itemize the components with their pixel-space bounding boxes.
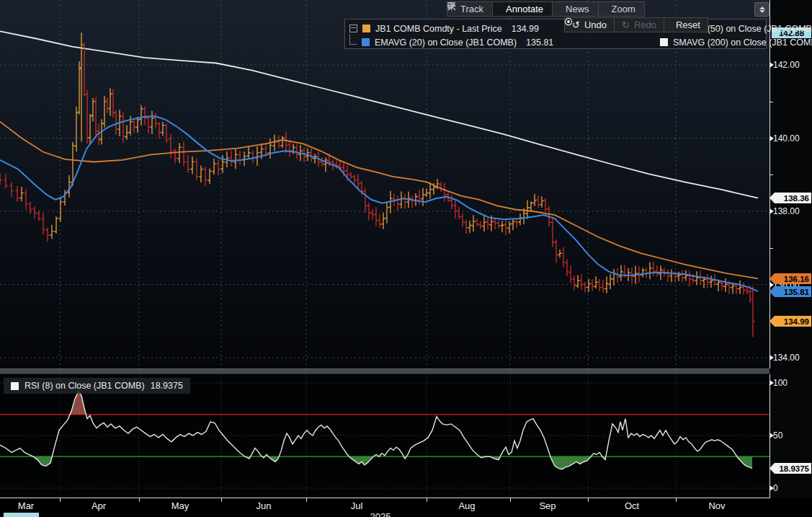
price-axis-tag: 134.99 bbox=[769, 316, 811, 327]
price-axis-line bbox=[769, 0, 770, 368]
redo-icon: ↻ bbox=[622, 20, 630, 30]
month-tick bbox=[588, 498, 589, 502]
undo-button-label: Undo bbox=[584, 19, 607, 30]
month-label: Jun bbox=[256, 500, 272, 511]
panel-splitter-handle[interactable] bbox=[0, 368, 812, 374]
track-button-label: Track bbox=[460, 4, 483, 14]
price-axis-label: 134.00 bbox=[773, 353, 800, 363]
rsi-axis-label: 50 bbox=[773, 430, 782, 441]
rsi-axis-label: 100 bbox=[773, 378, 788, 388]
price-axis-tag: 135.81 bbox=[769, 286, 811, 297]
reset-button-label: Reset bbox=[676, 19, 700, 30]
legend-label: JB1 COMB Comdty - Last Price bbox=[375, 24, 502, 34]
month-tick bbox=[306, 498, 307, 502]
crosshair-date-tag bbox=[4, 513, 39, 517]
month-label: Nov bbox=[708, 500, 725, 511]
month-label: May bbox=[171, 500, 189, 511]
year-label: 2025 bbox=[370, 511, 391, 517]
legend-label: EMAVG (20) on Close (JB1 COMB) bbox=[375, 37, 517, 48]
price-axis-area bbox=[769, 0, 812, 498]
price-axis-tag: 136.16 bbox=[769, 273, 811, 284]
rsi-oversold-fill bbox=[0, 392, 752, 469]
price-axis-label: 140.00 bbox=[773, 133, 800, 143]
rsi-axis-label: 0 bbox=[773, 483, 778, 493]
legend-value: 134.99 bbox=[512, 24, 539, 34]
price-axis-tag: 138.36 bbox=[769, 193, 811, 203]
rsi-overbought-fill bbox=[0, 392, 752, 469]
month-tick bbox=[510, 498, 511, 502]
emavg20-swatch-icon bbox=[362, 38, 370, 46]
zoom-button[interactable]: Zoom bbox=[599, 1, 645, 17]
rsi-value-tag: 18.9375 bbox=[769, 463, 811, 474]
chart-toolbar: Track Annotate News Zoom bbox=[447, 1, 645, 17]
redo-button[interactable]: ↻ Redo bbox=[615, 17, 664, 32]
rsi-line bbox=[0, 392, 752, 469]
month-label: Jul bbox=[351, 500, 363, 511]
month-tick bbox=[60, 498, 61, 502]
rsi-legend-value: 18.9375 bbox=[151, 381, 183, 391]
sma50-line bbox=[0, 122, 758, 279]
reset-button[interactable]: Reset bbox=[664, 17, 708, 32]
price-chart-panel[interactable] bbox=[0, 0, 769, 368]
last-price-swatch-icon bbox=[362, 25, 370, 32]
time-axis-area bbox=[0, 498, 812, 517]
news-button-label: News bbox=[566, 4, 589, 14]
ohlc-bars bbox=[0, 32, 755, 337]
month-label: Sep bbox=[539, 500, 556, 511]
zoom-button-label: Zoom bbox=[612, 4, 635, 14]
annotate-button-label: Annotate bbox=[506, 4, 543, 14]
rsi-swatch-icon bbox=[11, 382, 19, 390]
legend-item-smavg200[interactable]: SMAVG (200) on Close (JB1 COMB) 138.36 bbox=[660, 36, 812, 48]
price-axis-label: 142.00 bbox=[773, 60, 800, 70]
price-axis-minor-tick bbox=[769, 102, 773, 102]
annotate-actions-toolbar: ↺ Undo ↻ Redo Reset bbox=[564, 17, 708, 32]
smavg200-swatch-icon bbox=[660, 38, 668, 46]
annotate-button[interactable]: Annotate bbox=[493, 1, 553, 17]
undo-icon: ↺ bbox=[572, 20, 580, 30]
price-axis-minor-tick bbox=[769, 248, 773, 249]
panel-resize-widget[interactable] bbox=[754, 2, 769, 17]
rsi-legend-label: RSI (8) on Close (JB1 COMB) bbox=[24, 381, 145, 391]
arrow-down-icon bbox=[759, 10, 765, 13]
rsi-legend[interactable]: RSI (8) on Close (JB1 COMB) 18.9375 bbox=[4, 378, 190, 394]
redo-button-label: Redo bbox=[634, 19, 656, 30]
month-tick bbox=[221, 498, 222, 502]
arrow-up-icon bbox=[759, 6, 765, 9]
month-tick bbox=[139, 498, 140, 502]
month-label: Oct bbox=[625, 500, 639, 511]
bloomberg-chart-screen: 142.00140.00138.00136.00134.00142.88138.… bbox=[0, 0, 812, 517]
legend-collapse-icon[interactable] bbox=[349, 25, 357, 32]
month-label: Apr bbox=[92, 500, 106, 511]
price-axis-minor-tick bbox=[769, 174, 773, 175]
legend-label: SMAVG (200) on Close (JB1 COMB) bbox=[673, 37, 812, 48]
price-axis-label: 138.00 bbox=[773, 206, 800, 216]
legend-value: 135.81 bbox=[526, 37, 553, 48]
legend-item-last-price[interactable]: JB1 COMB Comdty - Last Price 134.99 bbox=[349, 22, 539, 35]
month-label: Aug bbox=[458, 500, 475, 511]
legend-tree-branch-icon bbox=[349, 34, 357, 45]
news-button[interactable]: News bbox=[553, 1, 599, 17]
price-chart-canvas[interactable] bbox=[0, 0, 769, 368]
month-tick bbox=[676, 498, 677, 502]
month-label: Mar bbox=[18, 500, 34, 511]
ema20-line bbox=[0, 116, 758, 291]
month-tick bbox=[427, 498, 427, 502]
legend-item-emavg20[interactable]: EMAVG (20) on Close (JB1 COMB) 135.81 bbox=[349, 36, 553, 48]
